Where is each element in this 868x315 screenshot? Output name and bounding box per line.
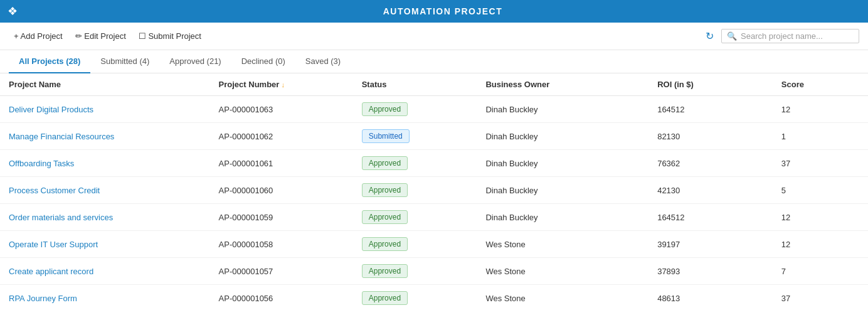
table-row: Create applicant recordAP-000001057Appro… [0, 258, 868, 285]
col-header-name: Project Name [0, 73, 210, 96]
status-badge: Approved [362, 237, 408, 251]
roi-value: 76362 [648, 150, 773, 177]
table-row: Offboarding TasksAP-000001061ApprovedDin… [0, 150, 868, 177]
status-badge: Approved [362, 183, 408, 197]
projects-table: Project NameProject Number↓StatusBusines… [0, 73, 868, 309]
score-value: 12 [773, 231, 868, 258]
roi-value: 37893 [648, 258, 773, 285]
project-number: AP-000001061 [210, 150, 353, 177]
top-bar: ❖ AUTOMATION PROJECT [0, 0, 868, 23]
toolbar: + Add Project ✏ Edit Project ☐ Submit Pr… [0, 23, 868, 50]
table-row: Manage Financial ResourcesAP-000001062Su… [0, 123, 868, 150]
search-input[interactable] [741, 31, 854, 41]
tab-approved[interactable]: Approved (21) [159, 50, 231, 73]
table-container[interactable]: Project NameProject Number↓StatusBusines… [0, 73, 868, 309]
status-badge: Approved [362, 210, 408, 224]
business-owner: Dinah Buckley [477, 123, 648, 150]
roi-value: 39197 [648, 231, 773, 258]
table-row: Process Customer CreditAP-000001060Appro… [0, 177, 868, 204]
project-name-link[interactable]: Create applicant record [9, 267, 93, 276]
app-title: AUTOMATION PROJECT [25, 6, 860, 16]
roi-value: 164512 [648, 204, 773, 231]
table-row: Order materials and servicesAP-000001059… [0, 204, 868, 231]
roi-value: 42130 [648, 177, 773, 204]
tab-declined[interactable]: Declined (0) [231, 50, 295, 73]
col-header-number[interactable]: Project Number↓ [210, 73, 353, 96]
tab-saved[interactable]: Saved (3) [295, 50, 351, 73]
col-header-owner: Business Owner [477, 73, 648, 96]
status-badge: Approved [362, 102, 408, 116]
col-header-score: Score [773, 73, 868, 96]
edit-project-button[interactable]: ✏ Edit Project [70, 29, 131, 43]
project-name-link[interactable]: Process Customer Credit [9, 186, 100, 195]
business-owner: Dinah Buckley [477, 150, 648, 177]
toolbar-right: ↻ 🔍 [703, 28, 859, 45]
project-name-link[interactable]: Deliver Digital Products [9, 105, 93, 114]
score-value: 12 [773, 204, 868, 231]
project-number: AP-000001059 [210, 204, 353, 231]
project-number: AP-000001060 [210, 177, 353, 204]
business-owner: Wes Stone [477, 285, 648, 310]
project-number: AP-000001062 [210, 123, 353, 150]
status-badge: Submitted [362, 129, 410, 143]
project-name-link[interactable]: Offboarding Tasks [9, 159, 74, 168]
roi-value: 48613 [648, 285, 773, 310]
search-box: 🔍 [721, 29, 859, 43]
roi-value: 82130 [648, 123, 773, 150]
business-owner: Wes Stone [477, 258, 648, 285]
tab-all[interactable]: All Projects (28) [9, 50, 90, 73]
table-row: Operate IT User SupportAP-000001058Appro… [0, 231, 868, 258]
score-value: 12 [773, 96, 868, 123]
project-number: AP-000001057 [210, 258, 353, 285]
project-number: AP-000001056 [210, 285, 353, 310]
project-name-link[interactable]: Manage Financial Resources [9, 132, 114, 141]
score-value: 5 [773, 177, 868, 204]
status-badge: Approved [362, 264, 408, 278]
status-badge: Approved [362, 156, 408, 170]
table-row: RPA Journey FormAP-000001056ApprovedWes … [0, 285, 868, 310]
business-owner: Dinah Buckley [477, 177, 648, 204]
score-value: 37 [773, 285, 868, 310]
app-logo: ❖ [8, 4, 18, 18]
score-value: 7 [773, 258, 868, 285]
refresh-button[interactable]: ↻ [703, 28, 716, 45]
score-value: 1 [773, 123, 868, 150]
sort-icon-number: ↓ [281, 81, 285, 88]
tabs-bar: All Projects (28)Submitted (4)Approved (… [0, 50, 868, 73]
tab-submitted[interactable]: Submitted (4) [90, 50, 159, 73]
submit-project-button[interactable]: ☐ Submit Project [134, 29, 206, 43]
col-header-roi: ROI (in $) [648, 73, 773, 96]
project-number: AP-000001063 [210, 96, 353, 123]
search-icon: 🔍 [727, 31, 737, 41]
business-owner: Wes Stone [477, 231, 648, 258]
project-name-link[interactable]: Order materials and services [9, 213, 113, 222]
business-owner: Dinah Buckley [477, 204, 648, 231]
add-project-button[interactable]: + Add Project [9, 29, 68, 43]
roi-value: 164512 [648, 96, 773, 123]
score-value: 37 [773, 150, 868, 177]
project-number: AP-000001058 [210, 231, 353, 258]
project-name-link[interactable]: Operate IT User Support [9, 240, 98, 249]
table-row: Deliver Digital ProductsAP-000001063Appr… [0, 96, 868, 123]
project-name-link[interactable]: RPA Journey Form [9, 294, 77, 303]
business-owner: Dinah Buckley [477, 96, 648, 123]
col-header-status: Status [353, 73, 477, 96]
status-badge: Approved [362, 291, 408, 305]
